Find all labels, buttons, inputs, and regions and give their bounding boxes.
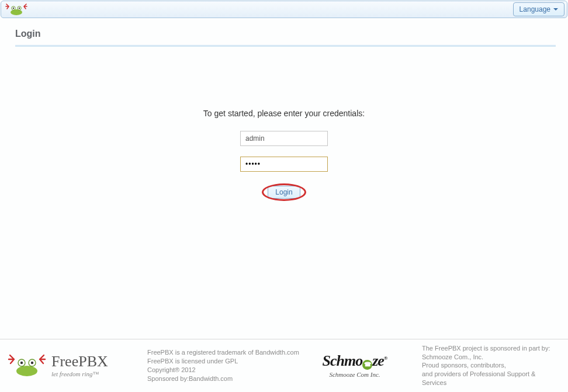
schmooze-wordmark: Schmo☎ze® [322, 353, 387, 370]
svg-point-8 [20, 362, 23, 364]
footer-left-line: Sponsored by:Bandwidth.com [147, 374, 299, 383]
footer-right-line: and providers of Professional Support & … [422, 370, 561, 387]
top-toolbar: Language [1, 1, 567, 18]
footer-right-line: The FreePBX project is sponsored in part… [422, 344, 561, 353]
footer-logo-left: FreePBX let freedom ring™ [7, 353, 147, 378]
svg-point-5 [16, 366, 37, 376]
footer-right-line: Proud sponsors, contributors, [422, 361, 561, 370]
language-button[interactable]: Language [513, 2, 564, 16]
footer-right-line: Schmooze Com., Inc. [422, 353, 561, 362]
topbar-logo [4, 3, 28, 16]
phone-icon: ☎ [362, 360, 372, 370]
footer-left-line: FreePBX is licensed under GPL [147, 357, 299, 366]
freepbx-wordmark: FreePBX [51, 354, 108, 369]
frog-icon [7, 353, 47, 378]
language-label: Language [519, 5, 550, 13]
login-button[interactable]: Login [268, 186, 300, 199]
footer-text-left: FreePBX is a registered trademark of Ban… [147, 348, 299, 383]
schmooze-tagline: Schmooze Com Inc. [329, 371, 380, 378]
svg-point-3 [13, 8, 14, 9]
username-input[interactable] [240, 131, 328, 146]
footer-left-line: Copyright® 2012 [147, 366, 299, 374]
svg-point-4 [19, 8, 20, 9]
frog-icon [5, 3, 28, 16]
footer-logo-mid: Schmo☎ze® Schmooze Com Inc. [299, 353, 410, 378]
footer-text-right: The FreePBX project is sponsored in part… [410, 344, 561, 387]
svg-point-0 [11, 9, 22, 15]
svg-point-9 [31, 362, 33, 364]
login-form: To get started, please enter your creden… [0, 109, 568, 201]
title-divider [15, 45, 556, 47]
chevron-down-icon [553, 8, 558, 11]
page-title: Login [15, 29, 568, 39]
footer-left-line: FreePBX is a registered trademark of Ban… [147, 348, 299, 357]
login-button-highlight: Login [262, 183, 306, 201]
login-prompt: To get started, please enter your creden… [0, 109, 568, 118]
footer: FreePBX let freedom ring™ FreePBX is a r… [0, 339, 568, 392]
freepbx-tagline: let freedom ring™ [51, 370, 108, 377]
password-input[interactable] [240, 157, 328, 172]
